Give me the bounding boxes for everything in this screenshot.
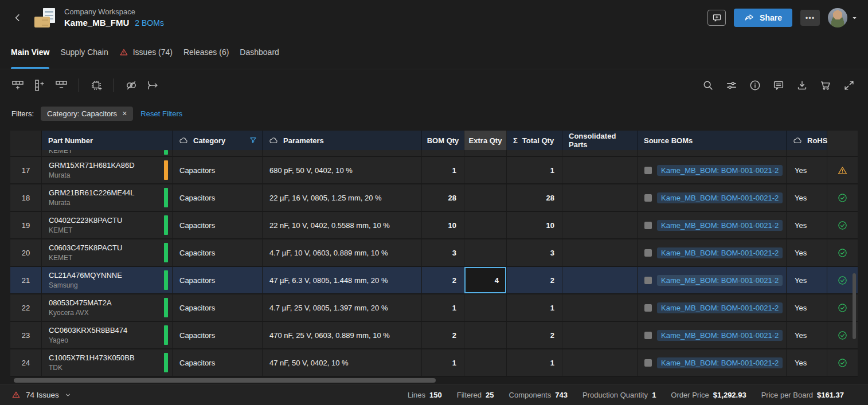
- part-cell[interactable]: C0402C223K8PACTU KEMET: [42, 212, 173, 238]
- remove-row-button[interactable]: [53, 77, 70, 94]
- consolidation-checkbox[interactable]: [644, 167, 652, 174]
- category-cell[interactable]: Capacitors: [173, 157, 263, 183]
- source-bom-link[interactable]: Kame_MB_BOM: BOM-001-0021-2: [657, 165, 783, 176]
- row-status-cell[interactable]: [827, 184, 858, 211]
- bom-qty-cell[interactable]: 1: [422, 294, 464, 321]
- tab-releases[interactable]: Releases (6): [183, 36, 229, 69]
- part-cell[interactable]: GRM21BR61C226ME44L Murata: [42, 184, 173, 211]
- horizontal-scrollbar-thumb[interactable]: [14, 378, 436, 383]
- parameters-cell[interactable]: 470 nF, 25 V, 0603, 0.889 mm, 10 %: [263, 322, 422, 348]
- part-cell[interactable]: 08053D475MAT2A Kyocera AVX: [42, 294, 173, 321]
- consolidation-checkbox[interactable]: [644, 222, 652, 229]
- tab-main-view[interactable]: Main View: [11, 36, 49, 69]
- header-parameters[interactable]: Parameters: [263, 131, 422, 150]
- header-part-number[interactable]: Part Number: [42, 131, 173, 150]
- header-bom-qty[interactable]: BOM Qty: [422, 131, 464, 150]
- part-cell[interactable]: C0603C475K8PACTU KEMET: [42, 239, 173, 266]
- extra-qty-cell[interactable]: [464, 294, 507, 321]
- extra-qty-cell[interactable]: [464, 349, 507, 376]
- part-cell[interactable]: CC0603KRX5R8BB474 Yageo: [42, 322, 173, 348]
- add-comment-button[interactable]: [707, 10, 726, 26]
- more-options-button[interactable]: •••: [800, 10, 820, 26]
- add-component-button[interactable]: [88, 77, 105, 94]
- bom-qty-cell[interactable]: 10: [422, 212, 464, 238]
- header-extra-qty[interactable]: Extra Qty: [464, 131, 507, 150]
- header-consolidated-parts[interactable]: Consolidated Parts: [562, 131, 638, 150]
- filter-chip-category[interactable]: Category: Capacitors ×: [41, 107, 133, 121]
- filter-funnel-icon[interactable]: [249, 136, 257, 145]
- category-cell[interactable]: Capacitors: [173, 294, 263, 321]
- issues-toggle[interactable]: 74 Issues: [11, 390, 72, 399]
- category-cell[interactable]: Capacitors: [173, 267, 263, 293]
- consolidation-checkbox[interactable]: [644, 249, 652, 257]
- search-button[interactable]: [699, 77, 717, 94]
- part-cell[interactable]: KEMET: [42, 150, 173, 156]
- header-rohs[interactable]: RoHS: [787, 131, 827, 150]
- consolidation-checkbox[interactable]: [644, 277, 652, 284]
- add-column-button[interactable]: [31, 77, 48, 94]
- back-button[interactable]: [10, 10, 25, 25]
- source-bom-link[interactable]: Kame_MB_BOM: BOM-001-0021-2: [657, 275, 783, 286]
- merge-button[interactable]: [144, 77, 162, 94]
- consolidation-checkbox[interactable]: [644, 359, 652, 367]
- row-status-cell[interactable]: [827, 349, 858, 376]
- category-cell[interactable]: Capacitors: [173, 349, 263, 376]
- category-cell[interactable]: Capacitors: [173, 322, 263, 348]
- parameters-cell[interactable]: 4.7 µF, 25 V, 0805, 1.397 mm, 20 %: [263, 294, 422, 321]
- header-category[interactable]: Category: [173, 131, 263, 150]
- source-bom-link[interactable]: Kame_MB_BOM: BOM-001-0021-2: [657, 330, 783, 341]
- bom-qty-cell[interactable]: 3: [422, 239, 464, 266]
- parameters-cell[interactable]: 22 µF, 16 V, 0805, 1.25 mm, 20 %: [263, 184, 422, 211]
- part-cell[interactable]: C1005X7R1H473K050BB TDK: [42, 349, 173, 376]
- source-bom-link[interactable]: Kame_MB_BOM: BOM-001-0021-2: [657, 220, 783, 231]
- add-row-button[interactable]: [9, 77, 26, 94]
- fullscreen-button[interactable]: [840, 77, 858, 94]
- bom-qty-cell[interactable]: 1: [422, 349, 464, 376]
- bom-qty-cell[interactable]: 2: [422, 267, 464, 293]
- bom-qty-cell[interactable]: 2: [422, 322, 464, 348]
- extra-qty-cell[interactable]: [464, 322, 507, 348]
- consolidation-checkbox[interactable]: [644, 194, 652, 202]
- tab-dashboard[interactable]: Dashboard: [240, 36, 279, 69]
- source-bom-link[interactable]: Kame_MB_BOM: BOM-001-0021-2: [657, 302, 783, 313]
- source-bom-link[interactable]: Kame_MB_BOM: BOM-001-0021-2: [657, 357, 783, 368]
- comments-button[interactable]: [770, 77, 787, 94]
- avatar[interactable]: [828, 8, 847, 27]
- category-cell[interactable]: Capacitors: [173, 184, 263, 211]
- part-cell[interactable]: GRM15XR71H681KA86D Murata: [42, 157, 173, 183]
- header-total-qty[interactable]: Σ Total Qty: [507, 131, 562, 150]
- category-cell[interactable]: Capacitors: [173, 212, 263, 238]
- consolidation-checkbox[interactable]: [644, 332, 652, 339]
- extra-qty-cell[interactable]: [464, 239, 507, 266]
- consolidation-checkbox[interactable]: [644, 304, 652, 312]
- column-settings-button[interactable]: [723, 77, 740, 94]
- header-row-number[interactable]: [10, 131, 42, 150]
- header-source-boms[interactable]: Source BOMs: [638, 131, 787, 150]
- boms-count-link[interactable]: 2 BOMs: [135, 18, 164, 29]
- bom-qty-cell[interactable]: 1: [422, 157, 464, 183]
- caret-down-icon[interactable]: [851, 15, 858, 21]
- source-bom-link[interactable]: Kame_MB_BOM: BOM-001-0021-2: [657, 247, 783, 258]
- source-bom-link[interactable]: Kame_MB_BOM: BOM-001-0021-2: [657, 192, 783, 203]
- user-menu[interactable]: [828, 8, 858, 27]
- parameters-cell[interactable]: 680 pF, 50 V, 0402, 10 %: [263, 157, 422, 183]
- tab-supply-chain[interactable]: Supply Chain: [60, 36, 108, 69]
- parameters-cell[interactable]: 4.7 µF, 10 V, 0603, 0.889 mm, 10 %: [263, 239, 422, 266]
- bom-qty-cell[interactable]: 28: [422, 184, 464, 211]
- filter-chip-remove-icon[interactable]: ×: [122, 109, 127, 117]
- cart-button[interactable]: [817, 77, 834, 94]
- parameters-cell[interactable]: 47 µF, 6.3 V, 0805, 1.448 mm, 20 %: [263, 267, 422, 293]
- share-button[interactable]: Share: [734, 9, 792, 27]
- reset-filters-link[interactable]: Reset Filters: [140, 109, 182, 118]
- vertical-scrollbar-thumb[interactable]: [853, 273, 856, 339]
- row-status-cell[interactable]: [827, 212, 858, 238]
- info-button[interactable]: [746, 77, 764, 94]
- row-status-cell[interactable]: [827, 239, 858, 266]
- category-cell[interactable]: Capacitors: [173, 239, 263, 266]
- extra-qty-cell[interactable]: [464, 212, 507, 238]
- extra-qty-cell[interactable]: 4: [464, 267, 507, 293]
- tab-issues[interactable]: Issues (74): [119, 36, 173, 69]
- parameters-cell[interactable]: 22 nF, 10 V, 0402, 0.5588 mm, 10 %: [263, 212, 422, 238]
- extra-qty-cell[interactable]: [464, 157, 507, 183]
- parameters-cell[interactable]: 47 nF, 50 V, 0402, 10 %: [263, 349, 422, 376]
